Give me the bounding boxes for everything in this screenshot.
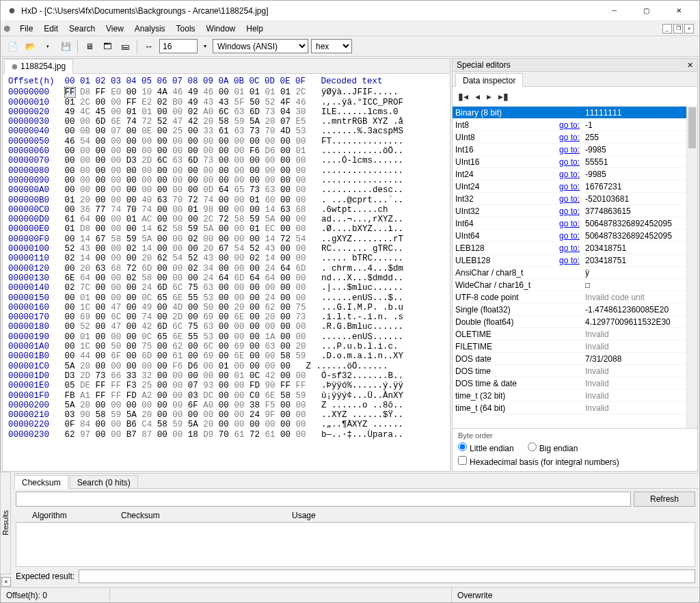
hex-row[interactable]: 00000020 49 4C 45 00 01 01 00 00 02 A0 6… (8, 107, 444, 117)
hex-row[interactable]: 00000230 62 97 00 00 B7 87 00 00 18 D9 7… (8, 430, 444, 440)
prev-icon[interactable]: ◂ (475, 91, 480, 102)
panel-close-icon[interactable]: ✕ (687, 61, 693, 70)
hex-row[interactable]: 000000A0 00 00 00 00 00 00 00 00 00 0D 6… (8, 185, 444, 195)
hex-row[interactable]: 000001E0 05 DE FF FF F3 25 00 00 07 93 0… (8, 381, 444, 390)
hex-row[interactable]: 00000060 00 00 00 00 00 00 00 00 00 00 0… (8, 146, 444, 156)
next-icon[interactable]: ▸ (487, 91, 492, 102)
hex-row[interactable]: 000001F0 FB A1 FF FF FD A2 00 00 03 DC 0… (8, 391, 444, 401)
checksum-tab[interactable]: Checksum (14, 475, 68, 489)
hex-row[interactable]: 00000190 00 01 00 00 00 0C 65 6E 55 53 0… (8, 332, 444, 342)
inspector-row[interactable]: DOS time & dateInvalid (453, 377, 686, 390)
hex-row[interactable]: 000000F0 00 14 67 58 59 5A 00 00 02 00 0… (8, 234, 444, 244)
minimize-button[interactable]: ─ (599, 1, 630, 21)
inspector-row[interactable]: Int16go to:-9985 (453, 144, 686, 156)
mdi-close[interactable]: × (684, 24, 694, 34)
inspector-row[interactable]: time_t (32 bit)Invalid (453, 390, 686, 402)
inspector-row[interactable]: UInt16go to:55551 (453, 156, 686, 168)
results-close[interactable]: × (1, 577, 11, 587)
little-endian-radio[interactable]: Little endian (458, 442, 514, 453)
maximize-button[interactable]: ▢ (631, 1, 662, 21)
opendisk-button[interactable]: ▾ (40, 39, 55, 54)
first-icon[interactable]: ▮◂ (458, 91, 468, 102)
last-icon[interactable]: ▸▮ (498, 91, 509, 102)
hex-row[interactable]: 00000210 03 90 58 59 5A 20 00 00 00 00 0… (8, 410, 444, 420)
hex-row[interactable]: 000001D0 D3 2D 73 66 33 32 00 00 00 00 0… (8, 371, 444, 381)
menu-tools[interactable]: Tools (171, 23, 201, 35)
menu-file[interactable]: File (14, 23, 38, 35)
undo1-button[interactable]: 🖥 (82, 39, 97, 54)
inspector-row[interactable]: Int24go to:-9985 (453, 168, 686, 180)
mdi-minimize[interactable]: _ (662, 24, 672, 34)
hex-row[interactable]: 00000140 02 7C 00 00 00 24 6D 6C 75 63 0… (8, 283, 444, 293)
inspector-row[interactable]: LEB128go to:203418751 (453, 242, 686, 254)
refresh-button[interactable]: Refresh (634, 492, 695, 507)
file-tab[interactable]: ⬢1188254.jpg (4, 59, 73, 74)
inspector-row[interactable]: time_t (64 bit)Invalid (453, 402, 686, 414)
hex-row[interactable]: 00000100 52 43 00 00 02 14 00 00 00 20 6… (8, 244, 444, 254)
menu-analysis[interactable]: Analysis (129, 23, 171, 35)
inspector-row[interactable]: Int8go to:-1 (453, 119, 686, 131)
hex-row[interactable]: 00000170 00 69 00 6C 00 74 00 2D 00 69 0… (8, 312, 444, 322)
hex-row[interactable]: 00000000 FF D8 FF E0 00 10 4A 46 49 46 0… (8, 88, 444, 97)
menu-search[interactable]: Search (64, 23, 100, 35)
inspector-row[interactable]: Single (float32)-1.4748612360085E20 (453, 304, 686, 316)
hex-row[interactable]: 00000180 00 52 00 47 00 42 6D 6C 75 63 0… (8, 322, 444, 332)
leftright-icon[interactable]: ↔ (142, 39, 157, 54)
inspector-row[interactable]: DOS timeInvalid (453, 365, 686, 377)
hex-row[interactable]: 00000220 0F 84 00 00 B6 C4 58 59 5A 20 0… (8, 420, 444, 429)
hex-row[interactable]: 00000030 00 00 6D 6E 74 72 52 47 42 20 5… (8, 117, 444, 126)
hex-row[interactable]: 000001C0 5A 20 00 00 00 00 00 F6 D6 00 0… (8, 362, 444, 371)
hex-row[interactable]: 00000150 00 01 00 00 00 0C 65 6E 55 53 0… (8, 293, 444, 303)
hex-view[interactable]: Offset(h) 00 01 02 03 04 05 06 07 08 09 … (3, 74, 450, 471)
hex-row[interactable]: 00000080 00 00 00 00 00 00 00 00 00 00 0… (8, 166, 444, 176)
inspector-row[interactable]: UInt32go to:3774863615 (453, 205, 686, 217)
inspector-row[interactable]: Double (float64)4.12977009611532E30 (453, 316, 686, 328)
inspector-scrollbar[interactable] (686, 106, 697, 428)
results-sidebar[interactable]: Results (0, 472, 11, 574)
inspector-row[interactable]: ULEB128go to:203418751 (453, 254, 686, 267)
menu-help[interactable]: Help (241, 23, 269, 35)
hex-row[interactable]: 00000040 00 0B 00 07 00 0E 00 25 00 33 6… (8, 126, 444, 136)
menu-edit[interactable]: Edit (38, 23, 64, 35)
inspector-row[interactable]: DOS date7/31/2088 (453, 353, 686, 365)
menu-window[interactable]: Window (201, 23, 241, 35)
charset-select[interactable]: Windows (ANSI) (213, 39, 308, 53)
search-tab[interactable]: Search (0 hits) (70, 475, 138, 489)
menu-view[interactable]: View (100, 23, 129, 35)
bytes-per-row-input[interactable] (159, 39, 198, 53)
hex-row[interactable]: 00000160 00 1C 00 47 00 49 00 4D 00 50 0… (8, 303, 444, 312)
hex-row[interactable]: 000001A0 00 1C 00 50 00 75 00 62 00 6C 0… (8, 342, 444, 351)
bpr-dropdown[interactable]: ▾ (200, 39, 210, 54)
hex-basis-checkbox[interactable]: Hexadecimal basis (for integral numbers) (458, 456, 619, 467)
inspector-row[interactable]: FILETIMEInvalid (453, 340, 686, 353)
hex-row[interactable]: 000001B0 00 44 00 6F 00 6D 00 61 00 69 0… (8, 351, 444, 361)
hex-row[interactable]: 00000050 46 54 00 00 00 00 00 00 00 00 0… (8, 137, 444, 146)
hex-row[interactable]: 000000D0 61 64 00 00 01 AC 00 00 00 2C 7… (8, 215, 444, 224)
hex-row[interactable]: 000000E0 01 D8 00 00 00 14 62 58 59 5A 0… (8, 224, 444, 234)
new-button[interactable]: 📄 (5, 39, 20, 54)
inspector-row[interactable]: Int32go to:-520103681 (453, 193, 686, 205)
inspector-row[interactable]: UTF-8 code pointInvalid code unit (453, 291, 686, 304)
mdi-restore[interactable]: ❐ (673, 24, 683, 34)
hex-row[interactable]: 00000130 6E 64 00 00 02 58 00 00 00 24 6… (8, 273, 444, 283)
hex-row[interactable]: 000000C0 00 36 77 74 70 74 00 00 01 98 0… (8, 205, 444, 215)
inspector-row[interactable]: OLETIMEInvalid (453, 328, 686, 340)
expected-input[interactable] (79, 570, 695, 583)
inspector-row[interactable]: AnsiChar / char8_tÿ (453, 267, 686, 279)
inspector-row[interactable]: UInt64go to:5064878326892452095 (453, 230, 686, 242)
hex-row[interactable]: 00000120 00 20 63 68 72 6D 00 00 02 34 0… (8, 264, 444, 273)
inspector-row[interactable]: UInt8go to:255 (453, 131, 686, 144)
data-inspector-tab[interactable]: Data inspector (455, 73, 523, 87)
close-button[interactable]: ✕ (663, 1, 694, 21)
hex-row[interactable]: 000000B0 01 20 00 00 00 40 63 70 72 74 0… (8, 196, 444, 205)
base-select[interactable]: hex (311, 39, 352, 53)
open-button[interactable]: 📂 (23, 39, 38, 54)
inspector-grid[interactable]: Binary (8 bit)11111111Int8go to:-1UInt8g… (453, 106, 686, 428)
checksum-combo[interactable] (16, 492, 631, 507)
save-button[interactable]: 💾 (58, 39, 73, 54)
inspector-row[interactable]: Binary (8 bit)11111111 (453, 107, 686, 119)
hex-row[interactable]: 00000090 00 00 00 00 00 00 00 00 00 00 0… (8, 176, 444, 185)
inspector-row[interactable]: Int64go to:5064878326892452095 (453, 217, 686, 230)
opendisk2-button[interactable]: 🖴 (118, 39, 133, 54)
inspector-row[interactable]: WideChar / char16_t□ (453, 279, 686, 291)
